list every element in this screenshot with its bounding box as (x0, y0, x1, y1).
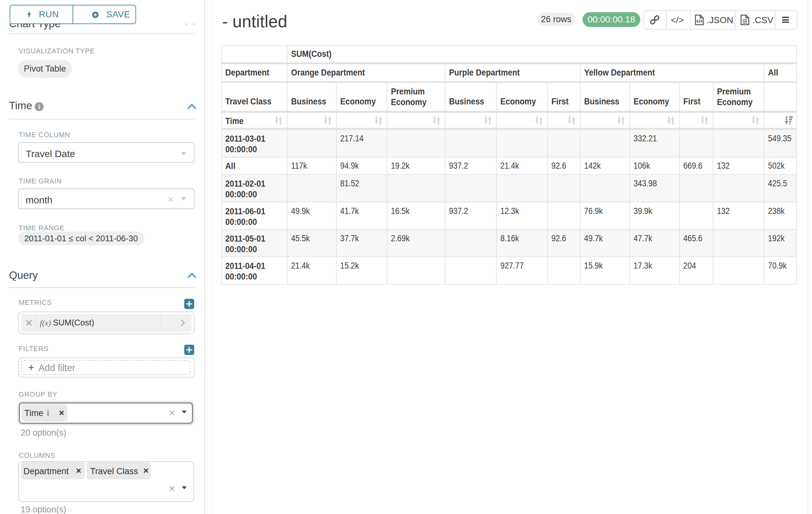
svg-text:i: i (38, 103, 40, 110)
